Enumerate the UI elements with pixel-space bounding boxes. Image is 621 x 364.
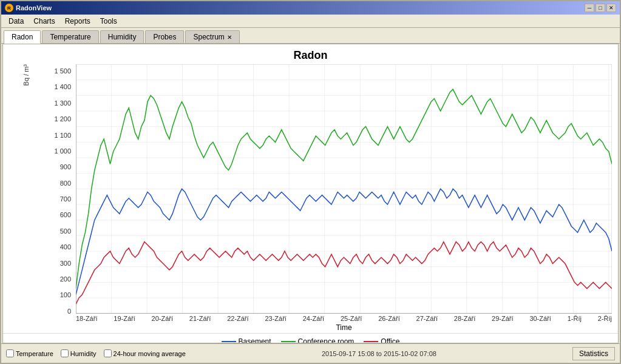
moving-avg-checkbox-item[interactable]: 24-hour moving average	[104, 349, 186, 357]
legend-office-label: Office	[381, 337, 399, 343]
moving-avg-checkbox-label: 24-hour moving average	[114, 350, 186, 357]
menu-reports[interactable]: Reports	[60, 15, 95, 28]
checkboxes: Temperature Humidity 24-hour moving aver…	[6, 349, 186, 357]
y-tick-900: 900	[60, 163, 71, 170]
legend-office: Office	[364, 337, 399, 343]
x-tick-4: 22-Září	[227, 315, 248, 322]
y-tick-1400: 1 400	[54, 83, 71, 90]
y-tick-1100: 1 100	[54, 132, 71, 139]
y-tick-300: 300	[60, 260, 71, 267]
legend-basement-label: Basement	[239, 337, 271, 343]
window-title: RadonView	[16, 4, 52, 12]
tab-radon[interactable]: Radon	[4, 30, 41, 44]
x-tick-9: 27-Září	[416, 315, 438, 322]
legend-conference-icon	[281, 339, 296, 343]
legend-basement-icon	[222, 339, 236, 343]
legend-basement: Basement	[222, 337, 271, 343]
bottom-bar: Temperature Humidity 24-hour moving aver…	[1, 343, 620, 363]
temperature-checkbox-label: Temperature	[16, 350, 53, 357]
y-tick-600: 600	[60, 211, 71, 218]
date-range: 2015-09-17 15:08 to 2015-10-02 07:08	[322, 350, 436, 357]
tab-temperature[interactable]: Temperature	[42, 30, 98, 43]
y-axis-title: Bq / m³	[22, 64, 30, 86]
statistics-button[interactable]: Statistics	[572, 347, 615, 360]
temperature-checkbox[interactable]	[6, 349, 14, 357]
y-tick-700: 700	[60, 195, 71, 203]
legend-conference: Conference room	[281, 337, 355, 343]
x-axis-title: Time	[76, 322, 612, 333]
x-tick-5: 23-Září	[265, 315, 286, 322]
x-tick-14: 2-Říj	[598, 315, 612, 322]
legend-conference-label: Conference room	[298, 337, 355, 343]
legend-office-icon	[364, 339, 378, 343]
x-tick-0: 18-Září	[76, 315, 97, 322]
x-axis-labels: 18-Září 19-Září 20-Září 21-Září 22-Září …	[76, 314, 612, 322]
x-tick-12: 30-Září	[529, 315, 551, 322]
y-axis-wrapper: Bq / m³	[9, 64, 42, 333]
tab-spectrum-close[interactable]: ✕	[227, 34, 232, 41]
title-bar-left: R RadonView	[5, 4, 52, 12]
main-window: R RadonView ─ □ ✕ Data Charts Reports To…	[0, 0, 621, 364]
y-tick-1000: 1 000	[54, 147, 71, 155]
title-bar: R RadonView ─ □ ✕	[1, 1, 620, 15]
y-tick-0: 0	[67, 308, 71, 315]
y-tick-1500: 1 500	[54, 67, 71, 75]
x-tick-13: 1-Říj	[568, 315, 582, 322]
menu-tools[interactable]: Tools	[95, 15, 122, 28]
tab-humidity[interactable]: Humidity	[100, 30, 144, 43]
window-controls: ─ □ ✕	[585, 4, 616, 12]
moving-avg-checkbox[interactable]	[104, 349, 112, 357]
chart-svg	[76, 64, 612, 314]
x-tick-11: 29-Září	[492, 315, 513, 322]
minimize-button[interactable]: ─	[585, 4, 594, 12]
x-tick-2: 20-Září	[152, 315, 173, 322]
menu-data[interactable]: Data	[4, 15, 29, 28]
humidity-checkbox[interactable]	[61, 349, 69, 357]
app-icon: R	[5, 4, 13, 12]
x-tick-6: 24-Září	[303, 315, 324, 322]
humidity-checkbox-label: Humidity	[70, 350, 97, 357]
chart-title: Radon	[3, 44, 618, 64]
tab-probes[interactable]: Probes	[145, 30, 184, 43]
tab-spectrum[interactable]: Spectrum ✕	[185, 30, 239, 43]
x-tick-1: 19-Září	[114, 315, 135, 322]
content-area: Radon Bq / m³ 1 500 1 400 1 300 1 200 1 …	[2, 44, 619, 343]
menu-charts[interactable]: Charts	[29, 15, 59, 28]
y-tick-1200: 1 200	[54, 115, 71, 123]
humidity-checkbox-item[interactable]: Humidity	[61, 349, 97, 357]
y-tick-500: 500	[60, 228, 71, 235]
tabs-bar: Radon Temperature Humidity Probes Spectr…	[1, 28, 620, 44]
close-button[interactable]: ✕	[606, 4, 616, 12]
menu-bar: Data Charts Reports Tools	[1, 15, 620, 28]
x-tick-7: 25-Září	[341, 315, 362, 322]
chart-plot-area: 18-Září 19-Září 20-Září 21-Září 22-Září …	[76, 64, 612, 333]
maximize-button[interactable]: □	[596, 4, 605, 12]
y-tick-100: 100	[60, 291, 71, 298]
x-tick-3: 21-Září	[189, 315, 211, 322]
x-tick-8: 26-Září	[378, 315, 399, 322]
y-tick-200: 200	[60, 275, 71, 283]
y-axis: 1 500 1 400 1 300 1 200 1 100 1 000 900 …	[42, 64, 76, 333]
y-tick-400: 400	[60, 243, 71, 251]
chart-legend: Basement Conference room Office	[3, 333, 618, 343]
x-tick-10: 28-Září	[454, 315, 475, 322]
temperature-checkbox-item[interactable]: Temperature	[6, 349, 53, 357]
chart-container: Bq / m³ 1 500 1 400 1 300 1 200 1 100 1 …	[3, 64, 618, 333]
y-tick-800: 800	[60, 180, 71, 187]
y-tick-1300: 1 300	[54, 99, 71, 107]
